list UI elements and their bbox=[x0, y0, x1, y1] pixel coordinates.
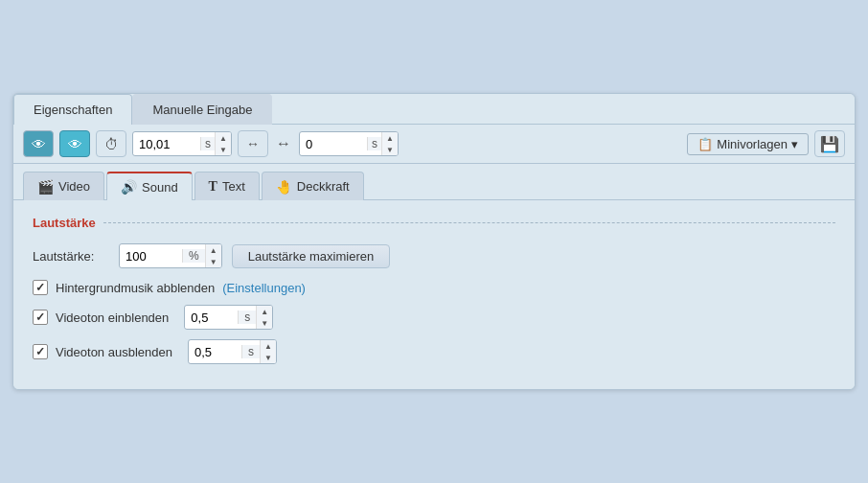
eye-hidden-icon: 👁 bbox=[32, 136, 46, 152]
eye-hidden-btn[interactable]: 👁 bbox=[23, 130, 54, 157]
lautstaerke-title: Lautstärke bbox=[33, 216, 96, 230]
save-icon: 💾 bbox=[820, 135, 839, 153]
sync-icon: ↔ bbox=[246, 136, 260, 151]
einblenden-label: Videoton einblenden bbox=[56, 310, 169, 325]
chevron-down-icon: ▾ bbox=[791, 137, 798, 151]
einblenden-time-input[interactable] bbox=[185, 308, 238, 328]
einblenden-spinners: ▲ ▼ bbox=[256, 306, 272, 329]
ausblenden-time-input[interactable] bbox=[189, 342, 241, 362]
time-spin-up[interactable]: ▲ bbox=[216, 132, 231, 144]
ausblenden-spin-up[interactable]: ▲ bbox=[261, 340, 276, 352]
einblenden-time-unit: s bbox=[238, 310, 256, 324]
offset-spin-up[interactable]: ▲ bbox=[382, 132, 398, 144]
time-spinners: ▲ ▼ bbox=[215, 132, 231, 155]
video-icon: 🎬 bbox=[37, 179, 54, 195]
sync-btn[interactable]: ↔ bbox=[238, 130, 268, 157]
deckkraft-icon: 🤚 bbox=[276, 179, 292, 195]
tab-video[interactable]: 🎬 Video bbox=[23, 172, 104, 200]
einblenden-time-group: s ▲ ▼ bbox=[184, 305, 273, 330]
time-input[interactable] bbox=[133, 134, 200, 154]
ausblenden-time-group: s ▲ ▼ bbox=[188, 339, 277, 364]
text-icon: T bbox=[209, 179, 217, 195]
toolbar: 👁 👁 ⏱ s ▲ ▼ ↔ ↔ s ▲ ▼ bbox=[13, 125, 855, 164]
time-input-group: s ▲ ▼ bbox=[132, 131, 232, 156]
tab-eigenschaften[interactable]: Eigenschaften bbox=[13, 94, 132, 125]
checkbox-videoton-ausblenden: ✓ Videoton ausblenden s ▲ ▼ bbox=[33, 339, 835, 364]
offset-spin-down[interactable]: ▼ bbox=[382, 144, 398, 155]
top-tabs: Eigenschaften Manuelle Eingabe bbox=[13, 94, 855, 125]
ausblenden-spinners: ▲ ▼ bbox=[260, 340, 276, 363]
ausblenden-spin-down[interactable]: ▼ bbox=[261, 352, 276, 363]
arrow-separator: ↔ bbox=[274, 135, 293, 152]
volume-spinners: ▲ ▼ bbox=[205, 244, 221, 267]
checkmark-icon: ✓ bbox=[35, 281, 45, 294]
content-area: Lautstärke Lautstärke: % ▲ ▼ Lautstärke … bbox=[13, 200, 855, 389]
tab-video-label: Video bbox=[58, 179, 90, 194]
tab-manuelle-eingabe[interactable]: Manuelle Eingabe bbox=[132, 94, 272, 125]
hintergrundmusik-label: Hintergrundmusik abblenden bbox=[56, 281, 215, 295]
section-divider bbox=[103, 222, 835, 223]
tab-sound-label: Sound bbox=[142, 180, 178, 195]
einblenden-spin-up[interactable]: ▲ bbox=[257, 306, 272, 317]
clock-icon: ⏱ bbox=[104, 136, 119, 152]
checkbox-hintergrundmusik-input[interactable]: ✓ bbox=[33, 280, 48, 295]
checkmark-icon-3: ✓ bbox=[35, 345, 45, 358]
time-unit: s bbox=[200, 137, 215, 150]
offset-input[interactable] bbox=[300, 134, 367, 154]
volume-input-group: % ▲ ▼ bbox=[119, 243, 222, 268]
save-btn[interactable]: 💾 bbox=[814, 130, 845, 157]
tab-deckkraft-label: Deckkraft bbox=[297, 179, 350, 194]
volume-input[interactable] bbox=[120, 246, 182, 266]
einblenden-spin-down[interactable]: ▼ bbox=[257, 317, 272, 329]
volume-label: Lautstärke: bbox=[33, 249, 109, 264]
sub-tabs: 🎬 Video 🔊 Sound T Text 🤚 Deckkraft bbox=[13, 164, 855, 200]
tab-deckkraft[interactable]: 🤚 Deckkraft bbox=[262, 172, 364, 200]
eye-visible-btn[interactable]: 👁 bbox=[59, 130, 90, 157]
minivorlagen-btn[interactable]: 📋 Minivorlagen ▾ bbox=[687, 133, 809, 155]
volume-unit: % bbox=[182, 249, 205, 263]
volume-spin-down[interactable]: ▼ bbox=[206, 256, 221, 267]
volume-row: Lautstärke: % ▲ ▼ Lautstärke maximieren bbox=[33, 243, 835, 268]
volume-spin-up[interactable]: ▲ bbox=[206, 244, 221, 256]
tab-text-label: Text bbox=[222, 179, 245, 194]
einstellungen-link[interactable]: (Einstellungen) bbox=[222, 281, 306, 295]
main-panel: Eigenschaften Manuelle Eingabe 👁 👁 ⏱ s ▲… bbox=[12, 93, 856, 390]
offset-unit: s bbox=[367, 137, 381, 150]
tab-text[interactable]: T Text bbox=[194, 172, 260, 200]
checkbox-ausblenden-input[interactable]: ✓ bbox=[33, 344, 48, 359]
time-spin-down[interactable]: ▼ bbox=[216, 144, 231, 155]
checkmark-icon-2: ✓ bbox=[35, 310, 45, 324]
offset-input-group: s ▲ ▼ bbox=[299, 131, 399, 156]
checkbox-videoton-einblenden: ✓ Videoton einblenden s ▲ ▼ bbox=[33, 305, 835, 330]
minivorlagen-icon: 📋 bbox=[697, 137, 713, 151]
checkbox-einblenden-input[interactable]: ✓ bbox=[33, 310, 48, 325]
ausblenden-label: Videoton ausblenden bbox=[56, 345, 172, 359]
eye-visible-icon: 👁 bbox=[68, 136, 82, 152]
sound-icon: 🔊 bbox=[121, 179, 137, 195]
maximize-volume-btn[interactable]: Lautstärke maximieren bbox=[232, 244, 391, 268]
clock-btn[interactable]: ⏱ bbox=[96, 130, 126, 157]
offset-spinners: ▲ ▼ bbox=[381, 132, 398, 155]
ausblenden-time-unit: s bbox=[241, 345, 260, 358]
tab-sound[interactable]: 🔊 Sound bbox=[106, 172, 193, 200]
checkbox-hintergrundmusik: ✓ Hintergrundmusik abblenden (Einstellun… bbox=[33, 280, 835, 295]
lautstaerke-section-header: Lautstärke bbox=[33, 216, 835, 230]
minivorlagen-label: Minivorlagen bbox=[717, 137, 788, 151]
